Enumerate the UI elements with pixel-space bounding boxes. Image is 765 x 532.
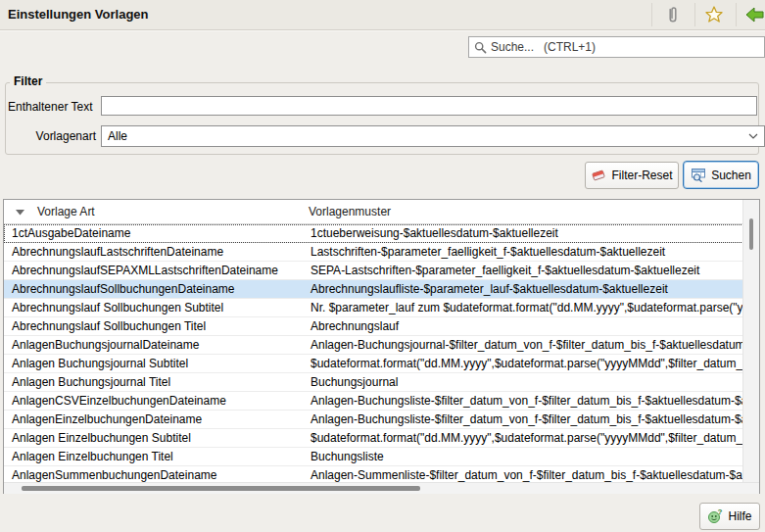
settings-templates-window: Einstellungen Vorlagen [0, 0, 765, 532]
cell-vorlage-art: AbrechnungslaufSollbuchungenDateiname [4, 280, 301, 298]
search-button[interactable]: Suchen [683, 161, 759, 189]
cell-vorlagenmuster: Nr. $parameter_lauf zum $udateformat.for… [301, 299, 743, 316]
sort-desc-icon [16, 210, 24, 216]
cell-vorlagenmuster: 1ctueberweisung-$aktuellesdatum-$aktuell… [301, 224, 743, 242]
table-row[interactable]: Abrechnungslauf Sollbuchungen Titel Abre… [4, 317, 743, 336]
contained-text-label: Enthaltener Text [8, 99, 98, 115]
paperclip-icon [664, 5, 682, 24]
eraser-icon [591, 169, 606, 182]
titlebar-divider [694, 3, 695, 26]
column-header-vorlagenmuster[interactable]: Vorlagenmuster [309, 200, 391, 223]
cell-vorlage-art: AnlagenCSVEinzelbuchungenDateiname [4, 392, 301, 410]
table-search-icon [691, 168, 706, 182]
table-row[interactable]: 1ctAusgabeDateiname 1ctueberweisung-$akt… [4, 224, 743, 243]
search-button-label: Suchen [711, 169, 751, 182]
star-icon [704, 5, 724, 24]
titlebar-divider [651, 3, 652, 26]
titlebar-divider [736, 3, 737, 26]
table-row[interactable]: Anlagen Einzelbuchungen Titel Buchungsli… [4, 448, 743, 466]
contained-text-input[interactable] [101, 96, 757, 116]
cell-vorlage-art: AbrechnungslaufSEPAXMLLastschriftenDatei… [4, 262, 301, 279]
cell-vorlagenmuster: Anlagen-Summenliste-$filter_datum_von_f-… [301, 466, 743, 482]
table-row[interactable]: AbrechnungslaufLastschriftenDateiname La… [4, 243, 743, 262]
cell-vorlagenmuster: $udateformat.format("dd.MM.yyyy",$udatef… [301, 429, 743, 447]
template-type-select[interactable]: Alle [101, 125, 765, 147]
page-title: Einstellungen Vorlagen [8, 7, 149, 22]
cell-vorlagenmuster: Lastschriften-$parameter_faelligkeit_f-$… [301, 243, 743, 261]
cell-vorlagenmuster: Anlagen-Buchungsliste-$filter_datum_von_… [301, 392, 743, 410]
paperclip-button[interactable] [656, 2, 690, 27]
table-row[interactable]: Abrechnungslauf Sollbuchungen Subtitel N… [4, 299, 743, 317]
filter-reset-button[interactable]: Filter-Reset [585, 162, 679, 189]
search-icon [474, 41, 487, 54]
cell-vorlagenmuster: Abrechnungslauf [301, 317, 743, 335]
cell-vorlage-art: Abrechnungslauf Sollbuchungen Subtitel [4, 299, 301, 316]
filter-reset-label: Filter-Reset [611, 169, 672, 182]
table-row[interactable]: AnlagenCSVEinzelbuchungenDateiname Anlag… [4, 392, 743, 411]
back-button[interactable] [739, 2, 765, 27]
cell-vorlagenmuster: Abrechnungslaufliste-$parameter_lauf-$ak… [301, 280, 743, 298]
help-smiley-icon: ? [707, 508, 723, 524]
chevron-down-icon [748, 133, 758, 139]
filter-group-label: Filter [10, 74, 46, 88]
cell-vorlage-art: 1ctAusgabeDateiname [4, 224, 301, 242]
cell-vorlagenmuster: Anlagen-Buchungsliste-$filter_datum_von_… [301, 411, 743, 428]
vertical-scrollbar[interactable] [742, 200, 759, 482]
cell-vorlagenmuster: Buchungsjournal [301, 373, 743, 391]
cell-vorlagenmuster: $udateformat.format("dd.MM.yyyy",$udatef… [301, 355, 743, 372]
cell-vorlage-art: AnlagenSummenbuchungenDateiname [4, 466, 301, 482]
cell-vorlagenmuster: SEPA-Lastschriften-$parameter_faelligkei… [301, 262, 743, 279]
vertical-scrollbar-thumb[interactable] [749, 218, 753, 250]
cell-vorlage-art: AnlagenEinzelbuchungenDateiname [4, 411, 301, 428]
favorite-button[interactable] [697, 2, 731, 27]
cell-vorlage-art: Anlagen Einzelbuchungen Subtitel [4, 429, 301, 447]
back-arrow-icon [745, 6, 765, 24]
table-body: 1ctAusgabeDateiname 1ctueberweisung-$akt… [4, 224, 743, 482]
help-button-label: Hilfe [728, 509, 751, 523]
search-box [468, 36, 765, 58]
titlebar: Einstellungen Vorlagen [0, 0, 765, 30]
table-header: Vorlage Art Vorlagenmuster [4, 200, 743, 224]
table-row[interactable]: AnlagenEinzelbuchungenDateiname Anlagen-… [4, 411, 743, 429]
template-type-label: Vorlagenart [8, 128, 96, 144]
table-row[interactable]: AbrechnungslaufSEPAXMLLastschriftenDatei… [4, 262, 743, 280]
table-row[interactable]: AnlagenBuchungsjournalDateiname Anlagen-… [4, 336, 743, 355]
table-row[interactable]: Anlagen Buchungsjournal Subtitel $udatef… [4, 355, 743, 373]
cell-vorlagenmuster: Buchungsliste [301, 448, 743, 465]
cell-vorlage-art: AnlagenBuchungsjournalDateiname [4, 336, 301, 354]
cell-vorlage-art: Anlagen Einzelbuchungen Titel [4, 448, 301, 465]
horizontal-scrollbar-thumb[interactable] [22, 486, 420, 491]
horizontal-scrollbar[interactable] [4, 482, 759, 494]
cell-vorlage-art: Anlagen Buchungsjournal Subtitel [4, 355, 301, 372]
template-type-value: Alle [108, 129, 127, 143]
templates-table: Vorlage Art Vorlagenmuster 1ctAusgabeDat… [3, 199, 760, 494]
search-input[interactable] [487, 40, 764, 54]
svg-text:?: ? [718, 508, 723, 516]
table-row[interactable]: AnlagenSummenbuchungenDateiname Anlagen-… [4, 466, 743, 482]
column-header-vorlage-art[interactable]: Vorlage Art [37, 200, 95, 223]
cell-vorlage-art: Abrechnungslauf Sollbuchungen Titel [4, 317, 301, 335]
cell-vorlagenmuster: Anlagen-Buchungsjournal-$filter_datum_vo… [301, 336, 743, 354]
cell-vorlage-art: Anlagen Buchungsjournal Titel [4, 373, 301, 391]
cell-vorlage-art: AbrechnungslaufLastschriftenDateiname [4, 243, 301, 261]
table-row[interactable]: AbrechnungslaufSollbuchungenDateiname Ab… [4, 280, 743, 299]
table-row[interactable]: Anlagen Einzelbuchungen Subtitel $udatef… [4, 429, 743, 448]
table-row[interactable]: Anlagen Buchungsjournal Titel Buchungsjo… [4, 373, 743, 392]
help-button[interactable]: ? Hilfe [699, 503, 760, 530]
